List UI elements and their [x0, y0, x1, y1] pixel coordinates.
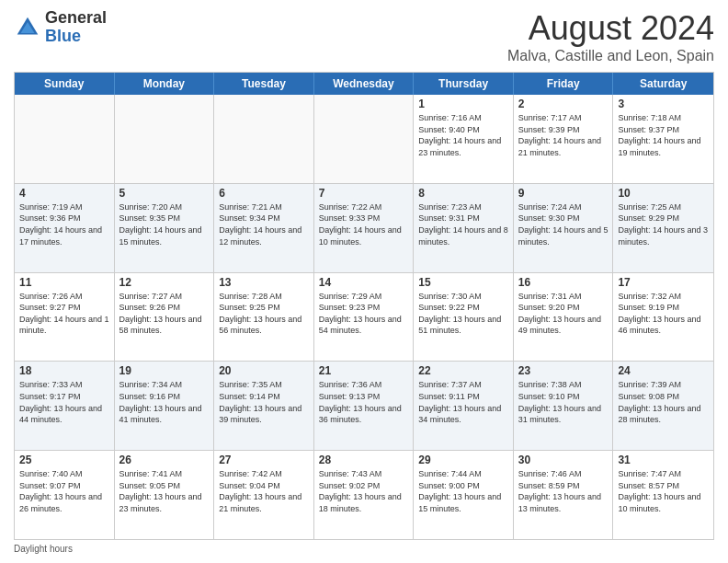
day-number: 17	[618, 276, 709, 289]
day-number: 4	[19, 187, 109, 200]
day-number: 6	[219, 187, 309, 200]
day-number: 14	[319, 276, 409, 289]
day-number: 16	[518, 276, 609, 289]
day-number: 1	[418, 98, 508, 110]
calendar-cell: 27Sunrise: 7:42 AM Sunset: 9:04 PM Dayli…	[214, 451, 314, 539]
cell-text: Sunrise: 7:43 AM Sunset: 9:02 PM Dayligh…	[319, 468, 409, 514]
cell-text: Sunrise: 7:33 AM Sunset: 9:17 PM Dayligh…	[19, 379, 109, 425]
footer: Daylight hours	[14, 544, 714, 554]
logo-general: General	[45, 8, 107, 27]
calendar-cell: 10Sunrise: 7:25 AM Sunset: 9:29 PM Dayli…	[613, 184, 713, 272]
calendar-cell: 3Sunrise: 7:18 AM Sunset: 9:37 PM Daylig…	[613, 95, 713, 183]
logo-icon	[14, 14, 41, 41]
calendar-cell: 6Sunrise: 7:21 AM Sunset: 9:34 PM Daylig…	[214, 184, 314, 272]
cell-text: Sunrise: 7:20 AM Sunset: 9:35 PM Dayligh…	[119, 201, 210, 247]
cell-text: Sunrise: 7:29 AM Sunset: 9:23 PM Dayligh…	[319, 291, 409, 337]
daylight-label: Daylight hours	[14, 544, 73, 554]
cell-text: Sunrise: 7:32 AM Sunset: 9:19 PM Dayligh…	[618, 291, 709, 337]
day-number: 19	[119, 364, 210, 377]
day-number: 13	[219, 276, 309, 289]
calendar-row: 4Sunrise: 7:19 AM Sunset: 9:36 PM Daylig…	[15, 183, 713, 272]
calendar-cell	[115, 95, 215, 183]
day-number: 28	[319, 454, 409, 466]
calendar-cell: 14Sunrise: 7:29 AM Sunset: 9:23 PM Dayli…	[314, 273, 415, 362]
month-title: August 2024	[507, 9, 714, 48]
calendar-cell: 1Sunrise: 7:16 AM Sunset: 9:40 PM Daylig…	[414, 95, 514, 183]
cell-text: Sunrise: 7:47 AM Sunset: 8:57 PM Dayligh…	[618, 468, 709, 514]
calendar-cell: 18Sunrise: 7:33 AM Sunset: 9:17 PM Dayli…	[15, 362, 115, 450]
cell-text: Sunrise: 7:40 AM Sunset: 9:07 PM Dayligh…	[19, 468, 109, 514]
cell-text: Sunrise: 7:16 AM Sunset: 9:40 PM Dayligh…	[418, 112, 508, 158]
cell-text: Sunrise: 7:17 AM Sunset: 9:39 PM Dayligh…	[518, 112, 609, 158]
cell-text: Sunrise: 7:36 AM Sunset: 9:13 PM Dayligh…	[319, 379, 409, 425]
calendar-cell	[15, 95, 115, 183]
cell-text: Sunrise: 7:23 AM Sunset: 9:31 PM Dayligh…	[418, 201, 508, 247]
calendar-row: 25Sunrise: 7:40 AM Sunset: 9:07 PM Dayli…	[15, 450, 713, 539]
calendar-body: 1Sunrise: 7:16 AM Sunset: 9:40 PM Daylig…	[15, 95, 713, 539]
calendar-cell: 17Sunrise: 7:32 AM Sunset: 9:19 PM Dayli…	[613, 273, 713, 362]
calendar-cell: 21Sunrise: 7:36 AM Sunset: 9:13 PM Dayli…	[314, 362, 415, 450]
calendar-cell: 23Sunrise: 7:38 AM Sunset: 9:10 PM Dayli…	[514, 362, 614, 450]
day-number: 20	[219, 364, 309, 377]
day-number: 10	[618, 187, 709, 200]
location-title: Malva, Castille and Leon, Spain	[507, 48, 714, 64]
cell-text: Sunrise: 7:30 AM Sunset: 9:22 PM Dayligh…	[418, 291, 508, 337]
cell-text: Sunrise: 7:18 AM Sunset: 9:37 PM Dayligh…	[618, 112, 709, 158]
day-number: 30	[518, 454, 609, 466]
calendar-row: 11Sunrise: 7:26 AM Sunset: 9:27 PM Dayli…	[15, 272, 713, 362]
header-day-tuesday: Tuesday	[214, 73, 314, 95]
cell-text: Sunrise: 7:39 AM Sunset: 9:08 PM Dayligh…	[618, 379, 709, 425]
calendar-header: SundayMondayTuesdayWednesdayThursdayFrid…	[15, 73, 713, 95]
header-day-saturday: Saturday	[613, 73, 713, 95]
cell-text: Sunrise: 7:44 AM Sunset: 9:00 PM Dayligh…	[418, 468, 508, 514]
header-day-thursday: Thursday	[414, 73, 514, 95]
page: General Blue August 2024 Malva, Castille…	[0, 0, 728, 563]
day-number: 26	[119, 454, 210, 466]
cell-text: Sunrise: 7:25 AM Sunset: 9:29 PM Dayligh…	[618, 201, 709, 247]
calendar-cell: 28Sunrise: 7:43 AM Sunset: 9:02 PM Dayli…	[314, 451, 415, 539]
calendar-cell: 22Sunrise: 7:37 AM Sunset: 9:11 PM Dayli…	[414, 362, 514, 450]
logo: General Blue	[14, 9, 107, 46]
cell-text: Sunrise: 7:31 AM Sunset: 9:20 PM Dayligh…	[518, 291, 609, 337]
calendar-row: 1Sunrise: 7:16 AM Sunset: 9:40 PM Daylig…	[15, 95, 713, 183]
day-number: 25	[19, 454, 109, 466]
cell-text: Sunrise: 7:22 AM Sunset: 9:33 PM Dayligh…	[319, 201, 409, 247]
cell-text: Sunrise: 7:42 AM Sunset: 9:04 PM Dayligh…	[219, 468, 309, 514]
calendar-cell	[314, 95, 415, 183]
calendar-cell: 16Sunrise: 7:31 AM Sunset: 9:20 PM Dayli…	[514, 273, 614, 362]
cell-text: Sunrise: 7:38 AM Sunset: 9:10 PM Dayligh…	[518, 379, 609, 425]
header-day-monday: Monday	[115, 73, 215, 95]
calendar-cell: 5Sunrise: 7:20 AM Sunset: 9:35 PM Daylig…	[115, 184, 215, 272]
calendar-cell: 30Sunrise: 7:46 AM Sunset: 8:59 PM Dayli…	[514, 451, 614, 539]
calendar-cell: 26Sunrise: 7:41 AM Sunset: 9:05 PM Dayli…	[115, 451, 215, 539]
cell-text: Sunrise: 7:41 AM Sunset: 9:05 PM Dayligh…	[119, 468, 210, 514]
header-day-friday: Friday	[514, 73, 614, 95]
header-day-wednesday: Wednesday	[314, 73, 415, 95]
cell-text: Sunrise: 7:21 AM Sunset: 9:34 PM Dayligh…	[219, 201, 309, 247]
calendar-cell: 13Sunrise: 7:28 AM Sunset: 9:25 PM Dayli…	[214, 273, 314, 362]
calendar-cell: 19Sunrise: 7:34 AM Sunset: 9:16 PM Dayli…	[115, 362, 215, 450]
calendar-cell	[214, 95, 314, 183]
day-number: 29	[418, 454, 508, 466]
day-number: 5	[119, 187, 210, 200]
calendar-row: 18Sunrise: 7:33 AM Sunset: 9:17 PM Dayli…	[15, 361, 713, 450]
calendar-cell: 20Sunrise: 7:35 AM Sunset: 9:14 PM Dayli…	[214, 362, 314, 450]
day-number: 8	[418, 187, 508, 200]
calendar-cell: 15Sunrise: 7:30 AM Sunset: 9:22 PM Dayli…	[414, 273, 514, 362]
header-day-sunday: Sunday	[15, 73, 115, 95]
day-number: 15	[418, 276, 508, 289]
logo-blue: Blue	[45, 27, 81, 45]
cell-text: Sunrise: 7:19 AM Sunset: 9:36 PM Dayligh…	[19, 201, 109, 247]
cell-text: Sunrise: 7:27 AM Sunset: 9:26 PM Dayligh…	[119, 291, 210, 337]
day-number: 31	[618, 454, 709, 466]
title-section: August 2024 Malva, Castille and Leon, Sp…	[507, 9, 714, 64]
cell-text: Sunrise: 7:26 AM Sunset: 9:27 PM Dayligh…	[19, 291, 109, 337]
cell-text: Sunrise: 7:46 AM Sunset: 8:59 PM Dayligh…	[518, 468, 609, 514]
day-number: 21	[319, 364, 409, 377]
calendar-cell: 4Sunrise: 7:19 AM Sunset: 9:36 PM Daylig…	[15, 184, 115, 272]
calendar: SundayMondayTuesdayWednesdayThursdayFrid…	[14, 72, 714, 540]
logo-text: General Blue	[45, 9, 107, 46]
cell-text: Sunrise: 7:37 AM Sunset: 9:11 PM Dayligh…	[418, 379, 508, 425]
calendar-cell: 12Sunrise: 7:27 AM Sunset: 9:26 PM Dayli…	[115, 273, 215, 362]
calendar-cell: 29Sunrise: 7:44 AM Sunset: 9:00 PM Dayli…	[414, 451, 514, 539]
